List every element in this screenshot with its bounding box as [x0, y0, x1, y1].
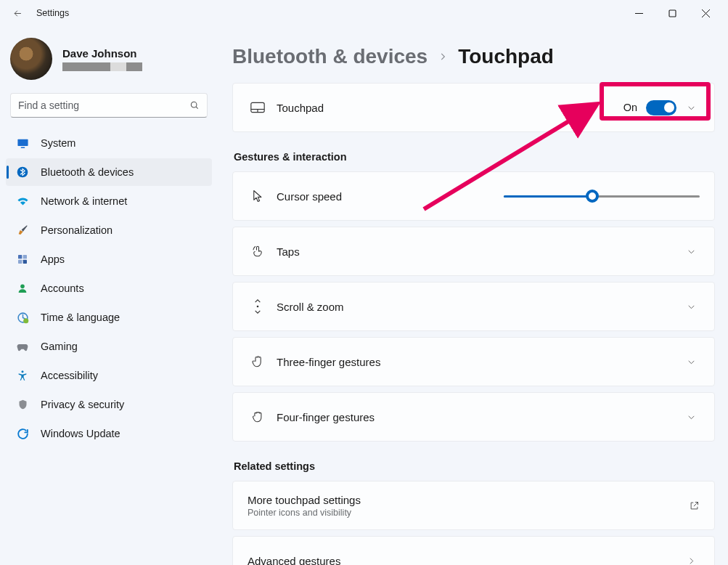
section-title-gestures: Gestures & interaction [234, 151, 715, 163]
touchpad-toggle-card[interactable]: Touchpad On [232, 83, 715, 132]
sidebar-item-label: Gaming [41, 341, 78, 352]
monitor-icon [16, 137, 29, 150]
svg-point-13 [20, 285, 25, 289]
more-touchpad-sub: Pointer icons and visibility [248, 508, 361, 518]
nav: System Bluetooth & devices Network & int… [6, 129, 212, 447]
tap-icon [248, 245, 268, 258]
sidebar-item-windows-update[interactable]: Windows Update [6, 420, 212, 447]
scroll-icon [248, 299, 268, 314]
sidebar-item-apps[interactable]: Apps [6, 245, 212, 273]
cursor-speed-card: Cursor speed [232, 171, 715, 221]
taps-label: Taps [277, 245, 300, 258]
user-block[interactable]: Dave Johnson [6, 33, 212, 90]
search-icon [189, 100, 200, 110]
chevron-down-icon [682, 302, 700, 312]
svg-rect-6 [17, 139, 28, 145]
chevron-down-icon[interactable] [682, 103, 700, 113]
svg-point-16 [21, 370, 23, 373]
sidebar-item-label: Network & internet [41, 195, 127, 207]
toggle-state-label: On [623, 102, 637, 113]
chevron-right-icon [438, 52, 448, 62]
three-finger-label: Three-finger gestures [277, 356, 380, 368]
three-finger-card[interactable]: Three-finger gestures [232, 337, 715, 386]
sidebar-item-bluetooth-devices[interactable]: Bluetooth & devices [6, 158, 212, 186]
hand-icon [248, 410, 268, 423]
cursor-speed-label: Cursor speed [277, 190, 342, 203]
accessibility-icon [16, 369, 29, 382]
page-title: Touchpad [458, 45, 554, 68]
close-button[interactable] [689, 1, 722, 25]
sidebar-item-system[interactable]: System [6, 129, 212, 157]
four-finger-label: Four-finger gestures [277, 411, 375, 423]
window-controls [622, 1, 722, 25]
svg-point-4 [191, 102, 197, 107]
apps-icon [16, 253, 29, 266]
sidebar-item-label: Accessibility [41, 370, 98, 381]
update-icon [16, 427, 29, 440]
taps-card[interactable]: Taps [232, 227, 715, 276]
hand-icon [248, 355, 268, 368]
wifi-icon [16, 195, 29, 208]
shield-icon [16, 398, 29, 411]
four-finger-card[interactable]: Four-finger gestures [232, 392, 715, 442]
touchpad-label: Touchpad [277, 102, 324, 114]
titlebar: Settings [0, 0, 728, 26]
cursor-icon [248, 190, 268, 203]
svg-line-5 [196, 107, 198, 109]
clock-globe-icon [16, 311, 29, 324]
sidebar-item-gaming[interactable]: Gaming [6, 333, 212, 360]
svg-point-20 [257, 306, 259, 308]
chevron-down-icon [682, 357, 700, 367]
sidebar-item-label: Privacy & security [41, 399, 124, 410]
sidebar-item-accessibility[interactable]: Accessibility [6, 362, 212, 389]
chevron-down-icon [682, 247, 700, 256]
touchpad-toggle[interactable] [646, 100, 676, 115]
svg-rect-1 [669, 10, 676, 17]
sidebar-item-label: Time & language [41, 312, 120, 323]
chevron-right-icon [682, 556, 700, 566]
more-touchpad-label: More touchpad settings [248, 494, 361, 506]
sidebar-item-label: Personalization [41, 224, 113, 236]
svg-rect-9 [18, 255, 22, 259]
bluetooth-icon [16, 166, 29, 179]
sidebar-item-personalization[interactable]: Personalization [6, 216, 212, 244]
svg-rect-12 [23, 260, 27, 264]
svg-rect-10 [23, 255, 27, 259]
sidebar-item-privacy[interactable]: Privacy & security [6, 391, 212, 418]
back-button[interactable] [6, 1, 29, 25]
sidebar: Dave Johnson System Bluetooth & devices [0, 26, 218, 565]
breadcrumb: Bluetooth & devices Touchpad [232, 45, 715, 68]
user-name: Dave Johnson [62, 47, 142, 60]
person-icon [16, 282, 29, 295]
sidebar-item-label: System [41, 137, 75, 149]
advanced-gestures-label: Advanced gestures [248, 555, 340, 566]
section-title-related: Related settings [234, 460, 715, 472]
paintbrush-icon [16, 224, 29, 237]
gamepad-icon [16, 340, 29, 353]
sidebar-item-network[interactable]: Network & internet [6, 187, 212, 215]
sidebar-item-label: Accounts [41, 282, 84, 294]
maximize-button[interactable] [655, 1, 689, 25]
sidebar-item-label: Windows Update [41, 428, 120, 439]
avatar [10, 38, 52, 80]
minimize-button[interactable] [622, 1, 655, 25]
breadcrumb-parent[interactable]: Bluetooth & devices [232, 45, 428, 68]
more-touchpad-card[interactable]: More touchpad settings Pointer icons and… [232, 481, 715, 530]
scroll-zoom-label: Scroll & zoom [277, 301, 344, 313]
svg-rect-7 [20, 147, 25, 147]
sidebar-item-label: Bluetooth & devices [41, 166, 134, 178]
advanced-gestures-card[interactable]: Advanced gestures [232, 536, 715, 565]
scroll-zoom-card[interactable]: Scroll & zoom [232, 282, 715, 331]
search-input[interactable] [18, 99, 189, 111]
touchpad-icon [248, 102, 268, 113]
cursor-speed-slider[interactable] [504, 190, 700, 203]
user-email-redacted [62, 62, 142, 71]
search-box[interactable] [10, 93, 208, 118]
main-content: Bluetooth & devices Touchpad Touchpad On [218, 26, 728, 565]
sidebar-item-time-language[interactable]: Time & language [6, 304, 212, 331]
svg-point-15 [23, 318, 28, 323]
window-title: Settings [36, 8, 69, 18]
external-link-icon [689, 500, 700, 511]
chevron-down-icon [682, 412, 700, 422]
sidebar-item-accounts[interactable]: Accounts [6, 275, 212, 302]
